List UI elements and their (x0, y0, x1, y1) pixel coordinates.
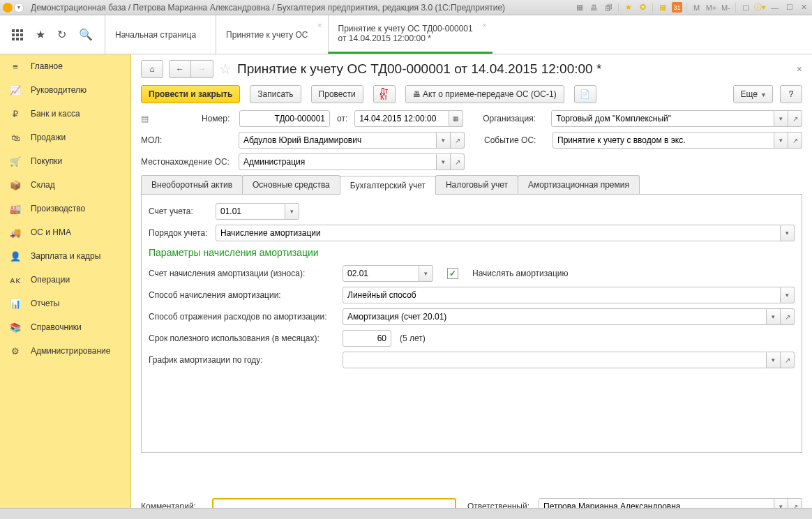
open-button[interactable]: ↗ (788, 110, 802, 127)
write-button[interactable]: Записать (250, 85, 301, 103)
dropdown-button[interactable]: ▾ (774, 110, 788, 127)
event-field[interactable]: Принятие к учету с вводом в экс. ▾ ↗ (552, 132, 802, 149)
movements-button[interactable]: ДтКт (373, 85, 396, 103)
tab-doc2[interactable]: Принятие к учету ОС ТД00-000001 от 14.04… (328, 15, 493, 54)
account-field[interactable]: 01.01 ▾ (216, 203, 299, 220)
open-button[interactable]: ↗ (781, 352, 795, 368)
mol-label: МОЛ: (141, 135, 234, 145)
subtabs: Внеоборотный актив Основные средства Бух… (141, 175, 802, 195)
post-and-close-button[interactable]: Провести и закрыть (141, 85, 240, 103)
tb-icon[interactable]: 🗐 (603, 2, 614, 13)
open-button[interactable]: ↗ (781, 308, 795, 325)
depr-graph-field[interactable]: ▾ ↗ (343, 352, 795, 368)
sidebar-item[interactable]: ≡Главное (0, 54, 130, 78)
section-heading: Параметры начисления амортизации (149, 247, 795, 258)
maximize-button[interactable]: ☐ (784, 2, 795, 13)
sidebar-item[interactable]: 📦Склад (0, 173, 130, 197)
sidebar-icon: ≡ (10, 61, 21, 72)
back-button[interactable]: ← (169, 60, 191, 78)
sidebar-item[interactable]: 📚Справочники (0, 315, 130, 339)
dropdown-button[interactable]: ▾ (419, 265, 433, 282)
tab-depr-bonus[interactable]: Амортизационная премия (518, 175, 640, 194)
calendar-button[interactable]: ▦ (449, 110, 463, 127)
history-icon[interactable]: ↻ (57, 28, 66, 41)
tab-close-icon[interactable]: × (317, 21, 322, 29)
tab-accounting[interactable]: Бухгалтерский учет (340, 176, 436, 195)
calc-icon[interactable]: ▦ (657, 2, 668, 13)
expense-method-label: Способ отражения расходов по амортизации… (149, 312, 338, 322)
history-icon[interactable]: ✪ (638, 2, 648, 13)
app-menu-dropdown[interactable]: ▾ (14, 3, 24, 13)
favorite-icon[interactable]: ★ (623, 2, 633, 13)
dropdown-button[interactable]: ▾ (767, 352, 781, 368)
open-button[interactable]: ↗ (788, 132, 802, 149)
tab-tax[interactable]: Налоговый учет (435, 175, 518, 194)
number-input[interactable]: ТД00-000001 (239, 110, 330, 127)
more-button[interactable]: Еще (733, 85, 773, 103)
m-minus-icon[interactable]: M- (721, 2, 731, 13)
depr-account-field[interactable]: 02.01 ▾ (343, 265, 433, 282)
document-toolbar: Провести и закрыть Записать Провести ДтК… (131, 84, 812, 110)
sidebar-item[interactable]: 📈Руководителю (0, 78, 130, 102)
value: Амортизация (счет 20.01) (347, 312, 446, 322)
sidebar-item[interactable]: 🛍Продажи (0, 126, 130, 149)
calendar-icon[interactable]: 31 (672, 2, 682, 13)
calc-depr-checkbox[interactable]: ✓ (447, 268, 458, 279)
tab-content-accounting: Счет учета: 01.01 ▾ Порядок учета: Начис… (141, 195, 802, 453)
expense-method-field[interactable]: Амортизация (счет 20.01) ▾ ↗ (343, 308, 795, 325)
panel-icon[interactable]: ▢ (740, 2, 751, 13)
sidebar-item[interactable]: 👤Зарплата и кадры (0, 244, 130, 268)
sidebar-item[interactable]: 🛒Покупки (0, 149, 130, 173)
tb-icon[interactable]: ▦ (574, 2, 585, 13)
depr-method-field[interactable]: Линейный способ ▾ (343, 287, 795, 303)
dropdown-button[interactable]: ▾ (285, 203, 299, 220)
sidebar-item[interactable]: ₽Банк и касса (0, 102, 130, 126)
info-icon[interactable]: ⓘ▾ (755, 2, 765, 13)
tab-home[interactable]: Начальная страница (105, 15, 216, 54)
apps-icon[interactable] (12, 29, 23, 40)
m-plus-icon[interactable]: M+ (706, 2, 716, 13)
tab-noncurrent-asset[interactable]: Внеоборотный актив (141, 175, 243, 194)
home-button[interactable]: ⌂ (141, 60, 163, 78)
page-close-icon[interactable]: × (797, 63, 802, 75)
sidebar-item[interactable]: ᴀᴋОперации (0, 268, 130, 292)
open-button[interactable]: ↗ (451, 132, 465, 149)
org-field[interactable]: Торговый дом "Комплексный" ▾ ↗ (551, 110, 802, 127)
tab-close-icon[interactable]: × (482, 21, 486, 29)
attachments-button[interactable]: 📄 (574, 85, 596, 103)
order-field[interactable]: Начисление амортизации ▾ (216, 225, 795, 241)
dropdown-button[interactable]: ▾ (781, 225, 795, 241)
dropdown-button[interactable]: ▾ (767, 308, 781, 325)
dropdown-button[interactable]: ▾ (437, 132, 451, 149)
dropdown-button[interactable]: ▾ (437, 153, 451, 170)
dropdown-button[interactable]: ▾ (774, 132, 788, 149)
sidebar-item-label: ОС и НМА (31, 227, 71, 237)
tab-fixed-assets[interactable]: Основные средства (242, 175, 340, 194)
post-button[interactable]: Провести (311, 85, 363, 103)
separator (686, 3, 687, 13)
sidebar-item[interactable]: 📊Отчеты (0, 292, 130, 315)
close-button[interactable]: ✕ (799, 2, 809, 13)
form-mode-icon[interactable]: ▤ (141, 114, 149, 123)
print-act-button[interactable]: 🖶 Акт о приеме-передаче ОС (ОС-1) (405, 85, 564, 103)
sidebar-item[interactable]: 🏭Производство (0, 197, 130, 220)
open-button[interactable]: ↗ (451, 153, 465, 170)
number-label: Номер: (202, 114, 235, 123)
favorite-star-icon[interactable]: ☆ (219, 61, 232, 77)
search-icon[interactable]: 🔍 (79, 28, 93, 41)
loc-field[interactable]: Администрация ▾ ↗ (239, 153, 465, 170)
date-field[interactable]: 14.04.2015 12:00:00 ▦ (354, 110, 463, 127)
m-icon[interactable]: M (691, 2, 702, 13)
sidebar-item[interactable]: 🚚ОС и НМА (0, 220, 130, 244)
tb-icon[interactable]: 🖶 (589, 2, 599, 13)
mol-field[interactable]: Абдулов Юрий Владимирович ▾ ↗ (239, 132, 465, 149)
dropdown-button[interactable]: ▾ (781, 287, 795, 303)
star-icon[interactable]: ★ (36, 28, 45, 41)
sidebar-item-label: Отчеты (31, 299, 59, 308)
forward-button[interactable]: → (191, 60, 213, 78)
useful-life-input[interactable]: 60 (343, 330, 391, 347)
sidebar-item[interactable]: ⚙Администрирование (0, 339, 130, 363)
tab-doc1[interactable]: Принятие к учету ОС × (216, 15, 327, 54)
minimize-button[interactable]: — (769, 2, 780, 13)
help-button[interactable]: ? (780, 85, 802, 103)
